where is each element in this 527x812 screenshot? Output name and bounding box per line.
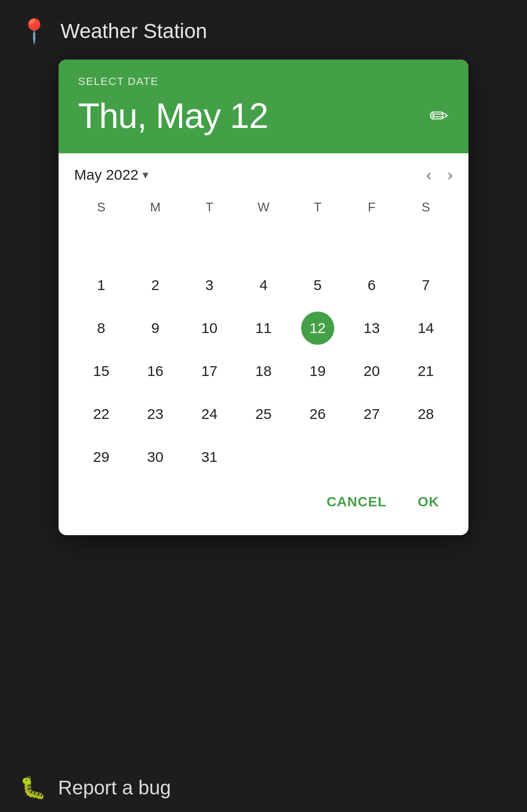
day-cell[interactable]: 26 <box>290 395 345 434</box>
day-cell[interactable]: 5 <box>290 266 345 305</box>
day-cell[interactable]: 10 <box>182 309 237 348</box>
report-bug-text[interactable]: Report a bug <box>58 777 171 799</box>
day-cell[interactable]: 13 <box>345 309 399 348</box>
ok-button[interactable]: OK <box>408 488 449 516</box>
day-cell[interactable]: 14 <box>399 309 453 348</box>
day-cell[interactable]: 29 <box>74 437 128 477</box>
day-number[interactable]: 6 <box>355 269 388 302</box>
day-cell[interactable]: 9 <box>128 309 182 348</box>
day-cell[interactable]: 6 <box>345 266 399 305</box>
day-number[interactable]: 3 <box>193 269 226 302</box>
selected-date-display: Thu, May 12 <box>78 96 268 136</box>
day-cell <box>290 437 345 477</box>
day-number[interactable]: 19 <box>301 354 334 388</box>
day-cell[interactable]: 12 <box>290 309 345 348</box>
day-number[interactable]: 10 <box>193 312 226 345</box>
day-number[interactable]: 20 <box>355 354 388 388</box>
day-cell[interactable]: 23 <box>128 395 182 434</box>
day-number[interactable]: 8 <box>84 312 118 345</box>
day-number[interactable]: 15 <box>84 354 118 388</box>
day-number[interactable]: 14 <box>409 312 443 345</box>
day-cell[interactable]: 21 <box>399 352 453 391</box>
day-cell[interactable]: 1 <box>74 266 128 305</box>
day-cell[interactable]: 25 <box>237 395 291 434</box>
day-cell <box>128 223 182 262</box>
day-number[interactable]: 11 <box>247 312 280 345</box>
day-headers: SMTWTFS <box>74 196 453 219</box>
day-number[interactable]: 7 <box>409 269 443 302</box>
day-cell <box>399 437 453 477</box>
month-nav-row: May 2022 ▾ ‹ › <box>74 165 453 184</box>
day-number[interactable]: 22 <box>84 397 118 431</box>
day-cell[interactable]: 18 <box>237 352 291 391</box>
top-bar: 📍 Weather Station <box>0 0 527 55</box>
select-date-label: SELECT DATE <box>78 75 449 88</box>
calendar-days: 1234567891011121314151617181920212223242… <box>74 223 453 477</box>
day-cell[interactable]: 15 <box>74 352 128 391</box>
day-header-cell: F <box>345 196 399 219</box>
day-cell[interactable]: 8 <box>74 309 128 348</box>
day-cell[interactable]: 17 <box>182 352 237 391</box>
day-cell[interactable]: 2 <box>128 266 182 305</box>
day-cell[interactable]: 16 <box>128 352 182 391</box>
day-header-cell: T <box>182 196 237 219</box>
day-cell[interactable]: 24 <box>182 395 237 434</box>
day-number[interactable]: 9 <box>139 312 172 345</box>
day-number[interactable]: 13 <box>355 312 388 345</box>
date-display-row: Thu, May 12 ✏ <box>78 96 449 136</box>
bug-icon: 🐛 <box>20 775 46 800</box>
edit-icon[interactable]: ✏ <box>429 102 449 129</box>
day-cell[interactable]: 28 <box>399 395 453 434</box>
day-number[interactable]: 28 <box>409 397 443 431</box>
day-number[interactable]: 18 <box>247 354 280 388</box>
day-cell <box>182 223 237 262</box>
day-header-cell: M <box>128 196 182 219</box>
dialog-footer: CANCEL OK <box>59 477 468 535</box>
day-number[interactable]: 31 <box>193 440 226 474</box>
day-number[interactable]: 2 <box>139 269 172 302</box>
dialog-body: May 2022 ▾ ‹ › SMTWTFS 12345678910111213… <box>59 153 468 477</box>
day-cell[interactable]: 31 <box>182 437 237 477</box>
month-dropdown-icon: ▾ <box>142 168 148 182</box>
location-icon: 📍 <box>20 18 49 45</box>
day-cell[interactable]: 27 <box>345 395 399 434</box>
day-number[interactable]: 1 <box>84 269 118 302</box>
day-cell[interactable]: 30 <box>128 437 182 477</box>
day-number[interactable]: 17 <box>193 354 226 388</box>
day-number[interactable]: 26 <box>301 397 334 431</box>
day-cell <box>237 223 291 262</box>
day-cell[interactable]: 22 <box>74 395 128 434</box>
day-number[interactable]: 27 <box>355 397 388 431</box>
day-cell <box>237 437 291 477</box>
app-title: Weather Station <box>61 20 207 43</box>
cancel-button[interactable]: CANCEL <box>317 488 396 516</box>
day-cell[interactable]: 4 <box>237 266 291 305</box>
day-header-cell: S <box>74 196 128 219</box>
day-cell[interactable]: 20 <box>345 352 399 391</box>
day-number[interactable]: 12 <box>301 312 334 345</box>
day-number[interactable]: 23 <box>139 397 172 431</box>
day-cell <box>290 223 345 262</box>
prev-month-button[interactable]: ‹ <box>426 165 431 184</box>
day-cell[interactable]: 11 <box>237 309 291 348</box>
day-cell <box>74 223 128 262</box>
day-number[interactable]: 4 <box>247 269 280 302</box>
dialog-header: SELECT DATE Thu, May 12 ✏ <box>59 60 468 153</box>
day-number[interactable]: 30 <box>139 440 172 474</box>
day-header-cell: T <box>290 196 345 219</box>
day-number[interactable]: 5 <box>301 269 334 302</box>
day-cell[interactable]: 19 <box>290 352 345 391</box>
day-cell[interactable]: 3 <box>182 266 237 305</box>
next-month-button[interactable]: › <box>447 165 453 184</box>
day-cell <box>345 223 399 262</box>
day-number[interactable]: 16 <box>139 354 172 388</box>
day-number[interactable]: 24 <box>193 397 226 431</box>
day-number[interactable]: 25 <box>247 397 280 431</box>
day-header-cell: W <box>237 196 291 219</box>
date-picker-dialog: SELECT DATE Thu, May 12 ✏ May 2022 ▾ ‹ ›… <box>59 60 468 535</box>
day-number[interactable]: 21 <box>409 354 443 388</box>
day-cell[interactable]: 7 <box>399 266 453 305</box>
day-number[interactable]: 29 <box>84 440 118 474</box>
month-year-selector[interactable]: May 2022 ▾ <box>74 167 148 183</box>
month-year-text: May 2022 <box>74 167 139 183</box>
